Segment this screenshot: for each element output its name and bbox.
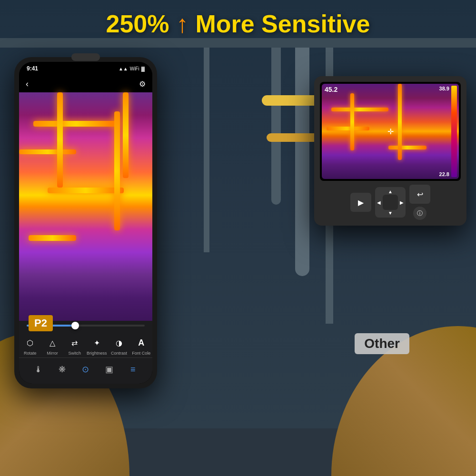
phone-status-bar: 9:41 ▲▲ WiFi ▓ xyxy=(19,62,152,75)
thermal-pipe-h3 xyxy=(48,188,124,193)
camera-temp-high: 38.9 xyxy=(439,86,449,91)
thermal-pipe-v1 xyxy=(57,92,63,188)
bg-ceiling xyxy=(0,38,476,48)
bottom-menu-icon[interactable]: ≡ xyxy=(124,361,141,378)
headline-arrow: ↑ xyxy=(176,10,188,38)
thermal-pipe-v3 xyxy=(123,92,129,178)
phone-screen: 9:41 ▲▲ WiFi ▓ ‹ ⚙ xyxy=(19,62,152,384)
toolbar-rotate[interactable]: ⬡ Rotate xyxy=(19,336,41,356)
toolbar-brightness[interactable]: ✦ Brightness xyxy=(86,336,108,356)
phone-wrapper: 9:41 ▲▲ WiFi ▓ ‹ ⚙ xyxy=(14,57,157,388)
rotate-label: Rotate xyxy=(24,351,37,356)
crosshair-icon: ✛ xyxy=(387,127,394,136)
phone-nav-bar: ‹ ⚙ xyxy=(19,75,152,92)
bottom-thermometer-icon[interactable]: 🌡 xyxy=(30,361,47,378)
camera-temp-low: 22.8 xyxy=(439,171,449,177)
p2-badge: P2 xyxy=(29,315,53,331)
headline-rest: More Sensitive xyxy=(195,10,370,38)
toolbar-mirror[interactable]: △ Mirror xyxy=(41,336,64,356)
phone-toolbar: ⬡ Rotate △ Mirror ⇄ Switch ✦ Brightness … xyxy=(19,332,152,357)
bottom-camera-icon[interactable]: ⊙ xyxy=(77,361,94,378)
camera-play-button[interactable]: ▶ xyxy=(350,193,371,212)
brightness-icon: ✦ xyxy=(90,336,103,349)
contrast-icon: ◑ xyxy=(112,336,126,349)
thermal-pipe-v2 xyxy=(114,111,120,230)
signal-icon: ▲▲ xyxy=(119,66,128,71)
phone-bottom-icons: 🌡 ❋ ⊙ ▣ ≡ xyxy=(19,357,152,384)
camera-temp-main: 45.2 xyxy=(325,86,337,93)
headline-percent: 250% xyxy=(106,10,169,38)
cam-pipe-v2 xyxy=(398,84,402,160)
mirror-label: Mirror xyxy=(47,351,58,356)
toolbar-contrast[interactable]: ◑ Contrast xyxy=(108,336,130,356)
other-badge: Other xyxy=(355,333,409,354)
cam-pipe-v1 xyxy=(350,93,354,150)
dpad-center xyxy=(383,195,398,210)
back-icon[interactable]: ‹ xyxy=(26,79,29,89)
toolbar-font-color[interactable]: A Font Cole xyxy=(130,336,152,356)
thermal-view xyxy=(19,92,152,321)
main-headline: 250% ↑ More Sensitive xyxy=(0,10,476,38)
camera-temp-bar xyxy=(451,86,457,177)
bottom-fan-icon[interactable]: ❋ xyxy=(53,361,70,378)
camera-body: 45.2 38.9 22.8 ✛ ▶ ▲ ▼ xyxy=(314,76,466,226)
battery-icon: ▓ xyxy=(141,66,145,71)
thermal-pipe-h4 xyxy=(29,235,76,241)
brightness-label: Brightness xyxy=(87,351,107,356)
phone-sensor xyxy=(71,53,100,61)
thermal-pipe-h2 xyxy=(19,149,76,154)
toolbar-switch[interactable]: ⇄ Switch xyxy=(63,336,86,356)
phone-device: 9:41 ▲▲ WiFi ▓ ‹ ⚙ xyxy=(14,57,157,388)
font-color-icon: A xyxy=(135,336,148,349)
camera-back-button[interactable]: ↩ xyxy=(409,185,430,204)
phone-time: 9:41 xyxy=(27,65,38,72)
slider-thumb[interactable] xyxy=(71,322,79,329)
camera-info-button[interactable]: ⓘ xyxy=(413,207,426,220)
rotate-icon: ⬡ xyxy=(23,336,37,349)
settings-icon[interactable]: ⚙ xyxy=(139,79,146,89)
bg-strut2 xyxy=(204,38,209,252)
camera-wrapper: 45.2 38.9 22.8 ✛ ▶ ▲ ▼ xyxy=(314,76,466,226)
camera-dpad[interactable]: ▲ ▼ ◀ ▶ xyxy=(375,187,406,218)
camera-buttons-row: ▶ ▲ ▼ ◀ ▶ ↩ ⓘ xyxy=(320,185,461,220)
switch-icon: ⇄ xyxy=(68,336,81,349)
phone-status-icons: ▲▲ WiFi ▓ xyxy=(119,66,145,71)
mirror-icon: △ xyxy=(46,336,59,349)
bg-pipe-2 xyxy=(271,38,281,205)
wifi-icon: WiFi xyxy=(130,66,139,71)
camera-screen: 45.2 38.9 22.8 ✛ xyxy=(322,84,459,179)
bottom-grid-icon[interactable]: ▣ xyxy=(101,361,118,378)
camera-screen-area: 45.2 38.9 22.8 ✛ xyxy=(320,82,461,181)
contrast-label: Contrast xyxy=(111,351,127,356)
bg-pipe-1 xyxy=(295,38,309,276)
cam-pipe-h2 xyxy=(327,127,369,130)
switch-label: Switch xyxy=(68,351,81,356)
thermal-pipe-h1 xyxy=(33,121,119,127)
font-color-label: Font Cole xyxy=(132,351,150,356)
cam-pipe-h3 xyxy=(388,146,426,149)
cam-pipe-h1 xyxy=(331,108,388,111)
